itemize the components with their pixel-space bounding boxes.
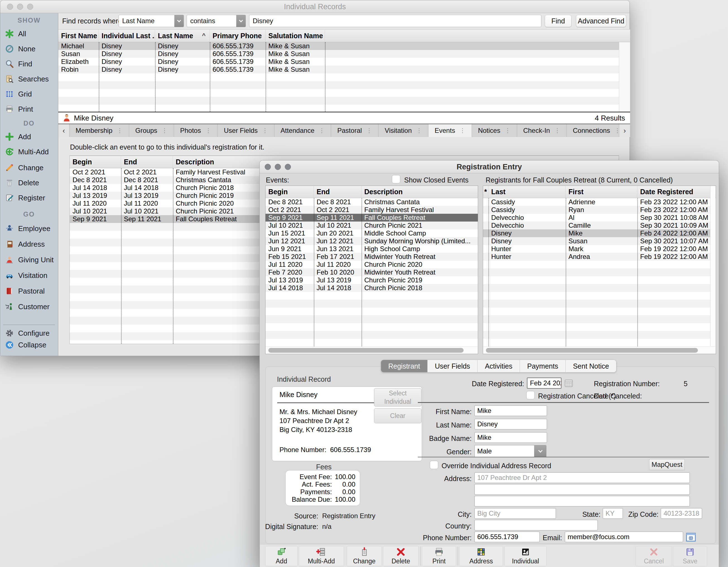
registrant-row[interactable]: CassidyRyanFeb 23 2022 12:00 AM — [483, 206, 710, 214]
sidebar-item-find[interactable]: Find — [0, 58, 58, 70]
result-row[interactable]: RobinDisneyDisney606.555.1739Mike & Susa… — [58, 66, 619, 73]
sidebar-item-customer[interactable]: Customer — [0, 301, 58, 313]
registrant-row[interactable]: DelvecchioAlSep 30 2021 10:08 AM — [483, 214, 710, 221]
email-icon[interactable] — [685, 532, 696, 544]
city-input[interactable]: Big City — [474, 508, 556, 519]
sidebar-item-all[interactable]: All — [0, 28, 58, 40]
record-tab[interactable]: Events — [428, 124, 472, 137]
toolbar-add-button[interactable]: Add — [265, 546, 298, 566]
column-header-last[interactable]: Last — [488, 186, 566, 198]
show-closed-events-checkbox[interactable] — [392, 175, 400, 183]
operator-selector-dropdown[interactable]: contains — [187, 15, 246, 27]
column-header-individual-last[interactable]: Individual Last ... — [99, 30, 155, 42]
dialog-tab[interactable]: Registrant — [381, 360, 427, 372]
scrollbar-thumb[interactable] — [268, 348, 464, 353]
dialog-event-row[interactable]: Jul 11 2020Jul 11 2020Church Picnic 2020 — [266, 260, 478, 268]
dialog-event-row[interactable]: Oct 2 2021Oct 2 2021Family Harvest Festi… — [266, 206, 478, 214]
toolbar-print-button[interactable]: Print — [422, 546, 456, 566]
badge-name-input[interactable]: Mike — [474, 432, 547, 443]
sidebar-item-visitation[interactable]: Visitation — [0, 269, 58, 281]
record-tab[interactable]: User Fields — [218, 124, 274, 137]
sidebar-item-delete[interactable]: Delete — [0, 177, 58, 189]
state-input[interactable]: KY — [603, 508, 623, 519]
dialog-event-row[interactable]: Jul 10 2021Jul 10 2021Church Picnic 2021 — [266, 221, 478, 229]
result-row[interactable]: ElizabethDisneyDisney606.555.1739Mike & … — [58, 58, 619, 66]
select-individual-button[interactable]: Select Individual — [374, 388, 421, 407]
address-line2-input[interactable] — [474, 484, 690, 495]
record-tab[interactable]: Notices — [472, 124, 517, 137]
dialog-tab[interactable]: Activities — [477, 360, 520, 372]
column-header-begin[interactable]: Begin — [70, 156, 121, 168]
sidebar-item-collapse[interactable]: Collapse — [0, 339, 58, 351]
column-header-end[interactable]: End — [314, 186, 361, 198]
record-tab[interactable]: Connections — [567, 124, 627, 137]
dialog-event-row[interactable]: Feb 15 2021Feb 17 2021Midwinter Youth Re… — [266, 253, 478, 260]
registrant-row[interactable]: DisneySusanSep 30 2021 10:07 AM — [483, 237, 710, 245]
sidebar-item-grid[interactable]: Grid — [0, 88, 58, 100]
sidebar-item-address[interactable]: Address — [0, 238, 58, 250]
registrant-row[interactable]: DisneyMikeFeb 24 2022 12:00 AM — [483, 229, 710, 237]
scrollbar-thumb[interactable] — [486, 348, 698, 353]
column-header-star[interactable]: * — [483, 186, 488, 198]
dialog-tab[interactable]: Sent Notice — [565, 360, 616, 372]
horizontal-scrollbar[interactable] — [266, 346, 478, 354]
result-row[interactable]: SusanDisneyDisney606.555.1739Mike & Susa… — [58, 50, 619, 58]
dialog-tab[interactable]: User Fields — [427, 360, 477, 372]
sidebar-item-change[interactable]: Change — [0, 161, 58, 174]
toolbar-address-button[interactable]: Address — [459, 546, 503, 566]
last-name-input[interactable]: Disney — [474, 419, 547, 430]
results-vertical-scrollbar[interactable] — [619, 42, 630, 112]
column-header-last-name[interactable]: Last Name^ — [155, 30, 210, 42]
sidebar-item-register[interactable]: Register — [0, 192, 58, 204]
record-tab[interactable]: Photos — [174, 124, 218, 137]
column-header-end[interactable]: End — [121, 156, 173, 168]
country-input[interactable] — [474, 520, 598, 530]
registration-canceled-checkbox[interactable] — [526, 391, 535, 399]
dialog-event-row[interactable]: Jun 9 2021Jun 13 2021High School Camp — [266, 245, 478, 253]
advanced-find-button[interactable]: Advanced Find — [576, 15, 626, 27]
record-tab[interactable]: Pastoral — [331, 124, 379, 137]
first-name-input[interactable]: Mike — [474, 406, 547, 416]
dialog-event-row[interactable]: Dec 8 2021Dec 8 2021Christmas Cantata — [266, 198, 478, 206]
column-header-description[interactable]: Description — [361, 186, 478, 198]
address-line1-input[interactable]: 107 Peachtree Dr Apt 2 — [474, 472, 690, 483]
record-tab[interactable]: Attendance — [274, 124, 331, 137]
sidebar-item-print[interactable]: Print — [0, 103, 58, 115]
record-tab[interactable]: Check-In — [517, 124, 567, 137]
tab-scroll-right-icon[interactable]: › — [619, 124, 630, 137]
column-header-date-registered[interactable]: Date Registered — [637, 186, 716, 198]
dialog-event-row[interactable]: Sep 9 2021Sep 11 2021Fall Couples Retrea… — [266, 214, 478, 221]
record-tab[interactable]: Visitation — [379, 124, 428, 137]
toolbar-save-button[interactable]: Save — [673, 546, 707, 566]
calendar-icon[interactable] — [564, 378, 574, 389]
sidebar-item-configure[interactable]: Configure — [0, 327, 58, 339]
date-registered-input[interactable]: Feb 24 2022 1 — [527, 378, 561, 389]
column-header-first[interactable]: First — [566, 186, 637, 198]
column-header-primary-phone[interactable]: Primary Phone — [210, 30, 266, 42]
zip-code-input[interactable]: 40123-2318 — [661, 508, 702, 519]
dialog-tab[interactable]: Payments — [520, 360, 565, 372]
phone-number-input[interactable]: 606.555.1739 — [474, 532, 540, 542]
field-selector-dropdown[interactable]: Last Name — [119, 15, 184, 27]
mapquest-button[interactable]: MapQuest — [649, 459, 685, 470]
registrant-row[interactable]: DelvecchioCamilleSep 30 2021 10:09 AM — [483, 221, 710, 229]
toolbar-delete-button[interactable]: Delete — [383, 546, 419, 566]
email-input[interactable]: member@focus.com — [565, 532, 683, 542]
vertical-scrollbar[interactable] — [710, 186, 715, 346]
tab-scroll-left-icon[interactable]: ‹ — [58, 124, 69, 137]
sidebar-item-giving-unit[interactable]: Giving Unit — [0, 253, 58, 266]
result-row[interactable]: MichaelDisneyDisney606.555.1739Mike & Su… — [58, 42, 619, 50]
dialog-event-row[interactable]: Jun 12 2021Jun 12 2021Sunday Morning Wor… — [266, 237, 478, 245]
sidebar-item-employee[interactable]: Employee — [0, 222, 58, 235]
dialog-event-row[interactable]: Jul 14 2018Jul 14 2018Church Picnic 2018 — [266, 284, 478, 292]
toolbar-change-button[interactable]: Change — [347, 546, 382, 566]
registrant-row[interactable]: CassidyAdrienneFeb 23 2022 12:00 AM — [483, 198, 710, 206]
sidebar-item-none[interactable]: None — [0, 43, 58, 55]
record-tab[interactable]: Groups — [129, 124, 174, 137]
toolbar-multi-add-button[interactable]: Multi-Add — [299, 546, 344, 566]
gender-dropdown[interactable]: Male — [474, 445, 546, 457]
sidebar-item-add[interactable]: Add — [0, 131, 58, 143]
address-line3-input[interactable] — [474, 496, 690, 506]
column-header-begin[interactable]: Begin — [266, 186, 314, 198]
search-input[interactable]: Disney — [249, 15, 541, 27]
